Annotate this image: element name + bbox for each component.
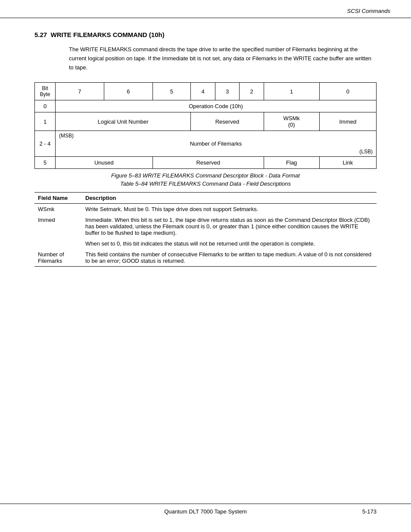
page-header: SCSI Commands — [0, 0, 411, 18]
bit-7: 7 — [56, 83, 104, 100]
bit-6: 6 — [104, 83, 153, 100]
unused-cell: Unused — [56, 157, 153, 169]
field-name-numfilemarks: Number ofFilemarks — [34, 249, 82, 267]
num-filemarks-cell: Number of Filemarks — [56, 139, 376, 149]
bit-byte-label: Bit Byte — [35, 83, 56, 100]
footer-center: Quantum DLT 7000 Tape System — [164, 508, 247, 515]
table-row: 5 Unused Reserved Flag Link — [35, 157, 377, 169]
bit-4: 4 — [191, 83, 215, 100]
field-desc-wsmk: Write Setmark. Must be 0. This tape driv… — [82, 204, 377, 215]
field-row-immed: Immed Immediate. When this bit is set to… — [34, 215, 377, 249]
bit-3: 3 — [215, 83, 240, 100]
byte-0-label: 0 — [35, 100, 56, 112]
immed-cell: Immed — [319, 112, 376, 131]
reserved-cell-1: Reserved — [191, 112, 264, 131]
byte-0-content: Operation Code (10h) — [56, 100, 377, 112]
byte-24-label: 2 - 4 — [35, 131, 56, 157]
byte-1-label: 1 — [35, 112, 56, 131]
bit-5: 5 — [153, 83, 191, 100]
section-title: 5.27 WRITE FILEMARKS COMMAND (10h) — [34, 31, 377, 38]
reserved-cell-2: Reserved — [153, 157, 264, 169]
bit-2: 2 — [240, 83, 264, 100]
page-content: 5.27 WRITE FILEMARKS COMMAND (10h) The W… — [0, 18, 411, 284]
table-caption: Table 5–84 WRITE FILEMARKS Command Data … — [34, 180, 377, 187]
lsb-label: (LSB) — [56, 149, 376, 156]
field-desc-numfilemarks: This field contains the number of consec… — [82, 249, 377, 267]
page-footer: Quantum DLT 7000 Tape System 5-173 — [0, 504, 411, 515]
table-row: 1 Logical Unit Number Reserved WSMk(0) I… — [35, 112, 377, 131]
figure-caption: Figure 5–83 WRITE FILEMARKS Command Desc… — [34, 172, 377, 179]
msb-label: (MSB) — [56, 131, 376, 139]
section-intro: The WRITE FILEMARKS command directs the … — [69, 45, 377, 72]
table-row: 2 - 4 (MSB) Number of Filemarks (LSB) — [35, 131, 377, 157]
field-desc-immed: Immediate. When this bit is set to 1, th… — [82, 215, 377, 249]
field-name-wsmk: WSmk — [34, 204, 82, 215]
wsmk-cell: WSMk(0) — [264, 112, 319, 131]
flag-cell: Flag — [264, 157, 319, 169]
bit-0: 0 — [319, 83, 376, 100]
footer-right: 5-173 — [362, 508, 377, 515]
command-table: Bit Byte 7 6 5 4 3 2 1 0 0 Operation Cod… — [34, 82, 377, 169]
field-description-table: Field Name Description WSmk Write Setmar… — [34, 192, 377, 267]
field-name-immed: Immed — [34, 215, 82, 249]
bit-1: 1 — [264, 83, 319, 100]
field-table-header: Field Name Description — [34, 193, 377, 204]
table-row: 0 Operation Code (10h) — [35, 100, 377, 112]
header-title: SCSI Commands — [347, 8, 390, 14]
table-header-row: Bit Byte 7 6 5 4 3 2 1 0 — [35, 83, 377, 100]
field-row-numfilemarks: Number ofFilemarks This field contains t… — [34, 249, 377, 267]
logical-unit-number-cell: Logical Unit Number — [56, 112, 191, 131]
field-row-wsmk: WSmk Write Setmark. Must be 0. This tape… — [34, 204, 377, 215]
field-name-header: Field Name — [34, 193, 82, 204]
link-cell: Link — [319, 157, 376, 169]
description-header: Description — [82, 193, 377, 204]
byte-5-label: 5 — [35, 157, 56, 169]
